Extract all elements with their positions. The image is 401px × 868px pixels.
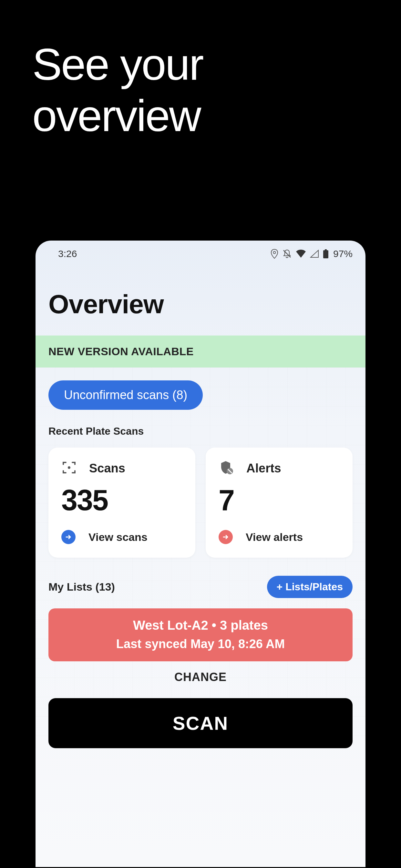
view-alerts-text: View alerts (246, 531, 303, 544)
stat-cards-row: Scans 335 View scans (49, 447, 352, 558)
arrow-right-icon (219, 530, 233, 544)
new-version-banner[interactable]: NEW VERSION AVAILABLE (35, 336, 366, 368)
change-list-link[interactable]: CHANGE (49, 664, 352, 698)
alerts-card: Alerts 7 View alerts (206, 447, 352, 558)
shield-alert-icon (219, 460, 234, 476)
scans-card-header: Scans (61, 460, 182, 476)
arrow-right-icon (61, 530, 75, 544)
svg-rect-2 (325, 249, 327, 250)
my-lists-label: My Lists (13) (49, 581, 115, 593)
wifi-icon (296, 250, 306, 258)
view-scans-text: View scans (89, 531, 148, 544)
unconfirmed-scans-button[interactable]: Unconfirmed scans (8) (49, 380, 203, 410)
lists-header-row: My Lists (13) + Lists/Plates (49, 576, 352, 598)
battery-percentage: 97% (333, 248, 352, 259)
scan-button[interactable]: SCAN (49, 698, 352, 748)
status-bar: 3:26 (35, 241, 366, 265)
status-icons: 97% (271, 248, 352, 259)
alerts-count: 7 (219, 484, 340, 517)
view-scans-link[interactable]: View scans (61, 530, 182, 544)
active-list-card[interactable]: West Lot-A2 • 3 plates Last synced May 1… (49, 609, 352, 661)
notifications-off-icon (282, 249, 292, 259)
recent-scans-label: Recent Plate Scans (49, 425, 352, 437)
signal-icon (310, 250, 319, 258)
alerts-card-header: Alerts (219, 460, 340, 476)
location-icon (271, 249, 278, 259)
promo-line-2: overview (32, 91, 201, 141)
page-header: Overview (35, 265, 366, 336)
content-area: Unconfirmed scans (8) Recent Plate Scans (35, 368, 366, 748)
scans-card-title: Scans (89, 461, 125, 475)
svg-rect-3 (323, 250, 328, 258)
alerts-card-title: Alerts (246, 461, 281, 475)
view-alerts-link[interactable]: View alerts (219, 530, 340, 544)
scans-count: 335 (61, 484, 182, 517)
promo-line-1: See your (32, 39, 203, 89)
active-list-title: West Lot-A2 • 3 plates (55, 618, 346, 632)
active-list-subtitle: Last synced May 10, 8:26 AM (55, 637, 346, 651)
svg-point-4 (68, 466, 70, 469)
phone-frame: 3:26 (35, 241, 366, 867)
promo-headline: See your overview (32, 39, 203, 141)
page-title: Overview (49, 289, 352, 319)
scan-icon (61, 460, 77, 476)
battery-icon (323, 249, 329, 258)
svg-point-0 (273, 252, 275, 254)
add-lists-button[interactable]: + Lists/Plates (267, 576, 352, 598)
scans-card: Scans 335 View scans (49, 447, 195, 558)
status-time: 3:26 (58, 248, 77, 259)
